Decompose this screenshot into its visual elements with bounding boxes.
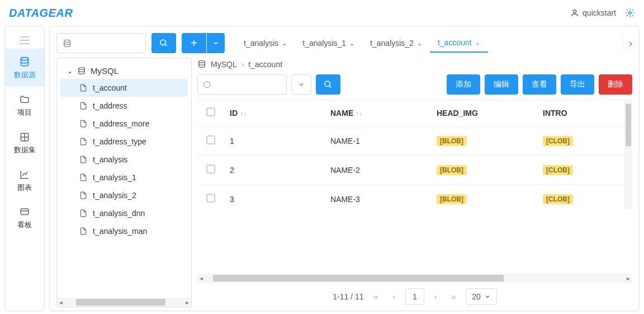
pagination: 1-11 / 11 « ‹ 1 › » 20 bbox=[197, 283, 632, 307]
svg-point-5 bbox=[21, 57, 28, 60]
tree-item[interactable]: t_account bbox=[60, 79, 188, 97]
username[interactable]: quickstart bbox=[583, 8, 616, 17]
table-row[interactable]: 2NAME-2[BLOB][CLOB] bbox=[197, 156, 632, 185]
chevron-down-icon[interactable]: ⌄ bbox=[475, 39, 480, 46]
db-icon bbox=[197, 60, 206, 69]
svg-point-1 bbox=[629, 12, 632, 15]
search-icon bbox=[324, 80, 333, 89]
export-button[interactable]: 导出 bbox=[561, 74, 594, 95]
filter-dropdown-button[interactable] bbox=[291, 74, 311, 95]
page-first-button[interactable]: « bbox=[369, 290, 382, 303]
search-icon bbox=[159, 39, 168, 48]
user-icon bbox=[570, 8, 579, 17]
chevron-down-icon bbox=[212, 40, 219, 46]
nav-label: 看板 bbox=[17, 221, 32, 229]
page-next-button[interactable]: › bbox=[430, 290, 442, 303]
tree-item-label: t_analysis_man bbox=[93, 227, 147, 236]
table-horizontal-scrollbar[interactable]: ◄ ► bbox=[197, 274, 632, 283]
edit-record-button[interactable]: 编辑 bbox=[485, 74, 518, 95]
tree-item[interactable]: t_address_more bbox=[57, 115, 191, 133]
breadcrumb-db[interactable]: MySQL bbox=[211, 60, 237, 69]
page-last-button[interactable]: » bbox=[447, 290, 460, 303]
svg-point-11 bbox=[64, 40, 70, 42]
side-navigation: 数据源 项目 数据集 图表 看板 bbox=[4, 26, 45, 311]
svg-point-12 bbox=[160, 40, 165, 45]
table-row[interactable]: 3NAME-3[BLOB][CLOB] bbox=[197, 185, 632, 214]
chevron-down-icon bbox=[484, 293, 491, 300]
nav-project[interactable]: 项目 bbox=[5, 87, 44, 124]
chevron-down-icon[interactable]: ⌄ bbox=[67, 67, 73, 75]
file-icon bbox=[79, 209, 87, 218]
tree-item[interactable]: t_analysis_1 bbox=[57, 168, 191, 186]
column-header-head-img[interactable]: HEAD_IMG bbox=[432, 100, 538, 126]
cell-intro: [CLOB] bbox=[538, 126, 632, 156]
column-header-intro[interactable]: INTRO bbox=[538, 100, 632, 126]
chevron-down-icon[interactable]: ⌄ bbox=[282, 40, 287, 47]
row-checkbox[interactable] bbox=[206, 165, 215, 174]
add-record-button[interactable]: 添加 bbox=[447, 74, 480, 95]
cell-intro: [CLOB] bbox=[538, 156, 632, 185]
tree-item[interactable]: t_analysis_dnn bbox=[57, 204, 191, 222]
tab-t_analysis[interactable]: t_analysis⌄ bbox=[236, 34, 295, 52]
app-logo[interactable]: DATAGEAR bbox=[9, 7, 73, 20]
gear-icon[interactable] bbox=[625, 8, 635, 18]
tabs-scroll-right[interactable]: › bbox=[623, 38, 632, 49]
db-icon bbox=[63, 39, 72, 48]
tree-item-label: t_analysis_2 bbox=[93, 191, 136, 200]
menu-toggle-icon[interactable] bbox=[5, 31, 44, 49]
tabs: t_analysis⌄ t_analysis_1⌄ t_analysis_2⌄ … bbox=[236, 34, 617, 53]
delete-button[interactable]: 删除 bbox=[599, 74, 632, 95]
tab-t_analysis_1[interactable]: t_analysis_1⌄ bbox=[295, 34, 362, 52]
tree-item-label: t_address_type bbox=[93, 137, 146, 146]
tab-t_account[interactable]: t_account⌄ bbox=[430, 34, 488, 53]
nav-dataset[interactable]: 数据集 bbox=[5, 124, 44, 162]
filter-search-button[interactable] bbox=[316, 74, 340, 95]
db-icon bbox=[19, 57, 30, 68]
tree-db-node[interactable]: ⌄ MySQL bbox=[57, 63, 191, 79]
page-size-select[interactable]: 20 bbox=[466, 288, 497, 305]
svg-line-17 bbox=[329, 86, 331, 87]
column-header-id[interactable]: ID↑↓ bbox=[225, 100, 326, 126]
svg-point-16 bbox=[325, 81, 330, 86]
datasource-search[interactable] bbox=[56, 33, 146, 53]
file-icon bbox=[79, 83, 87, 92]
table-row[interactable]: 1NAME-1[BLOB][CLOB] bbox=[197, 126, 632, 156]
view-record-button[interactable]: 查看 bbox=[523, 74, 556, 95]
nav-dashboard[interactable]: 看板 bbox=[5, 199, 44, 237]
nav-chart[interactable]: 图表 bbox=[5, 162, 44, 199]
sort-icon: ↑↓ bbox=[356, 110, 362, 118]
grid-icon bbox=[19, 132, 30, 142]
tree-item[interactable]: t_analysis_man bbox=[57, 222, 191, 240]
datasource-search-input[interactable] bbox=[77, 34, 145, 53]
tree-horizontal-scrollbar[interactable]: ◄ ► bbox=[57, 298, 191, 307]
chevron-down-icon[interactable]: ⌄ bbox=[349, 40, 354, 47]
filter-input[interactable] bbox=[197, 74, 287, 95]
tab-t_analysis_2[interactable]: t_analysis_2⌄ bbox=[362, 34, 430, 52]
search-button[interactable] bbox=[151, 33, 176, 53]
page-current[interactable]: 1 bbox=[405, 288, 424, 305]
add-dropdown-button[interactable] bbox=[207, 33, 225, 53]
panel-icon bbox=[19, 207, 30, 217]
chart-icon bbox=[19, 170, 30, 180]
folder-icon bbox=[19, 95, 30, 105]
cell-head-img: [BLOB] bbox=[432, 156, 538, 185]
select-all-checkbox[interactable] bbox=[206, 107, 215, 116]
file-icon bbox=[79, 191, 87, 200]
chevron-down-icon[interactable]: ⌄ bbox=[417, 40, 422, 47]
tree-item[interactable]: t_address_type bbox=[57, 133, 191, 151]
file-icon bbox=[79, 155, 87, 164]
page-prev-button[interactable]: ‹ bbox=[388, 290, 400, 303]
add-button[interactable]: + bbox=[182, 33, 206, 53]
column-header-name[interactable]: NAME↑↓ bbox=[326, 100, 432, 126]
sort-icon: ↑↓ bbox=[240, 110, 247, 118]
nav-datasource[interactable]: 数据源 bbox=[5, 49, 44, 86]
tree-item[interactable]: t_address bbox=[57, 97, 191, 115]
row-checkbox[interactable] bbox=[206, 194, 215, 203]
tree-item-label: t_address bbox=[93, 101, 127, 110]
row-checkbox[interactable] bbox=[206, 135, 215, 144]
table-vertical-scrollbar[interactable] bbox=[624, 100, 632, 209]
tree-item[interactable]: t_analysis_2 bbox=[57, 186, 191, 204]
cell-head-img: [BLOB] bbox=[432, 185, 538, 214]
tree-item[interactable]: t_analysis bbox=[57, 151, 191, 168]
cell-id: 2 bbox=[225, 156, 326, 185]
